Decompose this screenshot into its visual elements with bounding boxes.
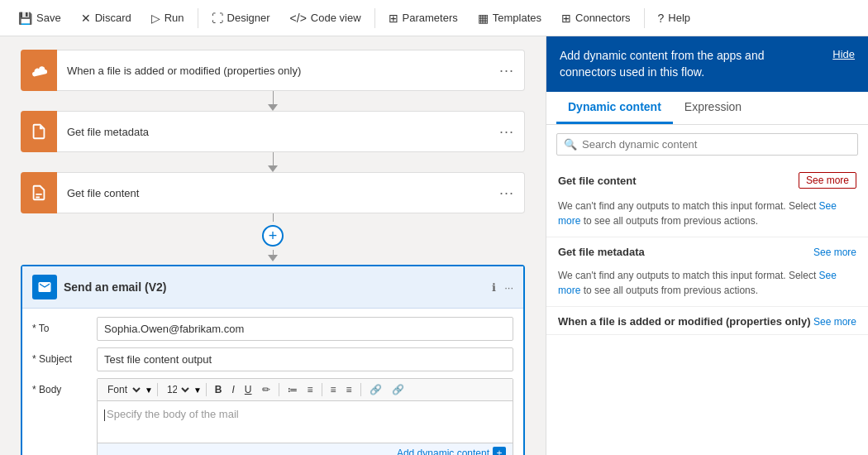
panel-content: Get file content See more We can't find … (546, 164, 868, 455)
templates-icon: ▦ (478, 12, 489, 25)
body-cursor (104, 410, 105, 421)
step1-more-button[interactable]: ··· (489, 50, 524, 91)
panel-header-title: Add dynamic content from the apps and co… (560, 48, 823, 80)
file-icon (30, 122, 48, 141)
step2-icon-box (21, 111, 57, 152)
run-icon: ▷ (151, 12, 160, 25)
font-dropdown-icon: ▼ (145, 386, 153, 395)
see-more-button-2[interactable]: See more (813, 247, 856, 258)
right-panel: Add dynamic content from the apps and co… (546, 36, 868, 455)
email-step-actions: ℹ ··· (492, 281, 513, 294)
main-layout: When a file is added or modified (proper… (0, 36, 868, 455)
save-button[interactable]: 💾 Save (10, 7, 69, 30)
unlink-button[interactable]: 🔗 (388, 382, 408, 397)
search-box: 🔍 (556, 133, 858, 156)
plus-connector: + (262, 213, 284, 261)
link-button[interactable]: 🔗 (365, 382, 386, 397)
toolbar-div5 (360, 383, 361, 396)
toolbar-div1 (157, 383, 158, 396)
hide-panel-button[interactable]: Hide (832, 48, 855, 60)
step3-more-button[interactable]: ··· (489, 173, 524, 213)
body-label: * Body (32, 378, 90, 395)
body-content[interactable]: Specify the body of the mail (98, 401, 513, 443)
templates-button[interactable]: ▦ Templates (470, 7, 550, 30)
flow-step-1: When a file is added or modified (proper… (21, 50, 525, 91)
search-row: 🔍 (546, 125, 868, 164)
to-label: * To (32, 317, 90, 334)
add-dynamic-button[interactable]: Add dynamic content + (397, 447, 506, 455)
discard-icon: ✕ (81, 12, 91, 25)
dc-section-title-3: When a file is added or modified (proper… (558, 315, 811, 328)
separator2 (374, 8, 375, 28)
code-view-button[interactable]: </> Code view (282, 7, 370, 30)
see-more-button-1[interactable]: See more (799, 172, 856, 189)
size-dropdown-icon: ▼ (193, 386, 202, 395)
run-button[interactable]: ▷ Run (143, 7, 193, 30)
onedrive-icon (30, 61, 48, 79)
search-icon: 🔍 (564, 138, 577, 151)
panel-tabs: Dynamic content Expression (546, 92, 868, 125)
to-row: * To (32, 317, 513, 341)
parameters-icon: ⊞ (389, 12, 398, 25)
email-step-title: Send an email (V2) (64, 280, 485, 294)
dc-section-header-1: Get file content See more (546, 164, 868, 195)
body-toolbar: Font ▼ 12 ▼ B I U ✏ (98, 379, 513, 401)
step2-more-button[interactable]: ··· (489, 112, 524, 152)
bullet-list-button[interactable]: ≔ (284, 382, 302, 397)
toolbar-div2 (206, 383, 207, 396)
tab-expression[interactable]: Expression (673, 92, 753, 124)
toolbar-div4 (322, 383, 322, 396)
dc-section-title-2: Get file metadata (558, 246, 645, 258)
email-step-header: Send an email (V2) ℹ ··· (22, 266, 523, 309)
email-more-button[interactable]: ··· (504, 281, 513, 294)
arrow-1 (268, 91, 278, 111)
flow-step-2: Get file metadata ··· (21, 111, 525, 152)
designer-icon: ⛶ (212, 12, 223, 25)
designer-button[interactable]: ⛶ Designer (203, 7, 279, 30)
step1-icon-box (21, 50, 57, 91)
numbered-list-button[interactable]: ≡ (303, 382, 317, 397)
email-step: Send an email (V2) ℹ ··· * To * Subject (21, 265, 525, 455)
help-button[interactable]: ? Help (650, 7, 699, 30)
bold-button[interactable]: B (211, 382, 227, 397)
arrow-2 (268, 152, 278, 172)
parameters-button[interactable]: ⊞ Parameters (380, 7, 466, 30)
font-size-select[interactable]: 12 (162, 381, 192, 398)
body-editor[interactable]: Font ▼ 12 ▼ B I U ✏ (97, 378, 513, 455)
info-icon[interactable]: ℹ (492, 281, 496, 294)
underline-button[interactable]: U (241, 382, 256, 397)
step1-label: When a file is added or modified (proper… (57, 53, 489, 89)
dc-section-header-3: When a file is added or modified (proper… (546, 307, 868, 334)
email-icon (37, 280, 52, 295)
dc-section-get-file-content: Get file content See more We can't find … (546, 164, 868, 237)
to-input[interactable] (97, 317, 513, 341)
email-form: * To * Subject * Body Font (22, 309, 523, 455)
tab-dynamic-content[interactable]: Dynamic content (556, 92, 673, 124)
see-more-button-3[interactable]: See more (813, 316, 856, 328)
subject-label: * Subject (32, 347, 90, 365)
highlight-button[interactable]: ✏ (258, 382, 274, 397)
connectors-button[interactable]: ⊞ Connectors (553, 7, 638, 30)
flow-canvas: When a file is added or modified (proper… (0, 36, 546, 455)
dc-section-title-1: Get file content (558, 175, 637, 187)
dc-body-1: We can't find any outputs to match this … (546, 195, 868, 237)
separator3 (644, 8, 645, 28)
separator (198, 8, 198, 28)
subject-input[interactable] (97, 347, 513, 371)
dynamic-content-bar: Add dynamic content + (98, 443, 513, 455)
align-left-button[interactable]: ≡ (327, 382, 341, 397)
body-placeholder: Specify the body of the mail (107, 408, 239, 420)
help-icon: ? (658, 12, 665, 25)
body-row: * Body Font ▼ 12 ▼ (32, 378, 513, 455)
italic-button[interactable]: I (227, 382, 238, 397)
discard-button[interactable]: ✕ Discard (73, 7, 140, 30)
align-right-button[interactable]: ≡ (342, 382, 356, 397)
code-icon: </> (290, 12, 307, 25)
search-input[interactable] (582, 138, 851, 151)
font-select[interactable]: Font (103, 381, 143, 398)
dc-section-get-file-metadata: Get file metadata See more We can't find… (546, 237, 868, 307)
step2-label: Get file metadata (57, 114, 489, 150)
flow-step-3: Get file content ··· (21, 172, 525, 213)
add-step-button[interactable]: + (262, 225, 284, 247)
subject-row: * Subject (32, 347, 513, 371)
